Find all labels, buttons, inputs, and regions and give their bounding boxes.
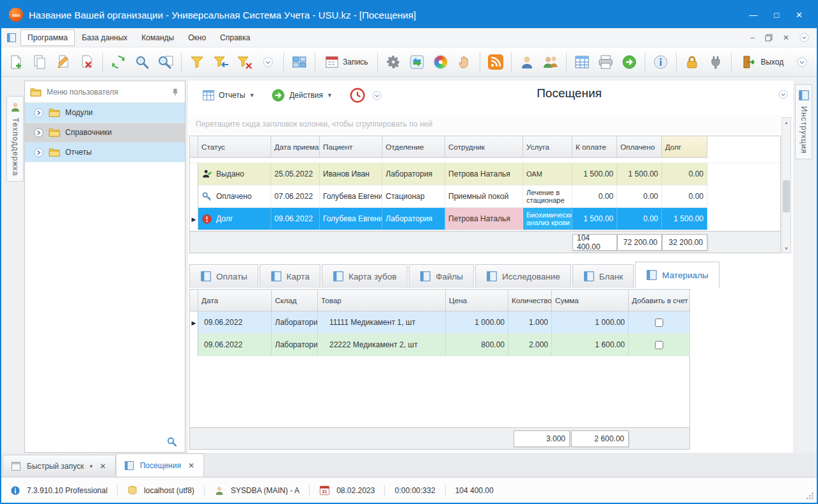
- cell-sum[interactable]: 1 000.00: [552, 311, 629, 334]
- maximize-icon[interactable]: □: [774, 11, 779, 19]
- connection-button[interactable]: [705, 50, 727, 74]
- scrollbar-thumb[interactable]: [783, 180, 790, 212]
- settings-button[interactable]: [382, 50, 404, 74]
- current-date[interactable]: 08.02.2023: [336, 486, 375, 495]
- cell-department[interactable]: Лаборатория: [382, 208, 445, 230]
- content-overflow-button[interactable]: [372, 91, 382, 100]
- scroll-up-icon[interactable]: ▲: [782, 118, 790, 127]
- user-profile-button[interactable]: [516, 50, 538, 74]
- menu-commands[interactable]: Команды: [134, 29, 181, 46]
- menu-database[interactable]: База данных: [75, 29, 134, 46]
- column-header-status[interactable]: Статус: [198, 136, 271, 158]
- table-row-selected[interactable]: ▶ Долг 09.06.2022 Голубева Евгения Лабор…: [190, 208, 780, 230]
- cell-quantity[interactable]: 2.000: [508, 334, 552, 356]
- record-button[interactable]: Запись: [320, 50, 373, 74]
- tab-tech-support[interactable]: Техподдержка: [6, 96, 24, 182]
- employees-button[interactable]: [540, 50, 562, 74]
- cell-employee[interactable]: Приемный покой: [445, 185, 523, 208]
- cell-price[interactable]: 1 000.00: [446, 311, 508, 334]
- column-header-department[interactable]: Отделение: [382, 136, 445, 158]
- color-scheme-button[interactable]: [430, 50, 452, 74]
- table-row-selected[interactable]: ▶ 09.06.2022 Лаборатория 11111 Медикамен…: [190, 311, 689, 334]
- cell-employee[interactable]: Петрова Наталья: [445, 208, 523, 230]
- tab-materials[interactable]: Материалы: [635, 262, 719, 288]
- expand-icon[interactable]: [34, 108, 43, 118]
- menu-customize-icon[interactable]: [799, 33, 809, 42]
- filter-clear-button[interactable]: [233, 50, 255, 74]
- exit-button[interactable]: Выход: [736, 50, 789, 74]
- table-row[interactable]: 09.06.2022 Лаборатория 22222 Медикамент …: [190, 334, 689, 356]
- cell-patient[interactable]: Голубева Евгения: [320, 185, 382, 208]
- column-header-price[interactable]: Цена: [446, 290, 508, 311]
- tab-research[interactable]: Исследование: [475, 264, 571, 288]
- tab-files[interactable]: Файлы: [409, 264, 474, 288]
- current-user[interactable]: SYSDBA (MAIN) - A: [231, 486, 299, 495]
- resize-grip[interactable]: [806, 492, 814, 500]
- table-row[interactable]: Оплачено 07.06.2022 Голубева Евгения Ста…: [190, 185, 780, 208]
- cell-date[interactable]: 25.05.2022: [271, 163, 320, 185]
- menu-help[interactable]: Справка: [213, 29, 257, 46]
- cell-paid[interactable]: 0.00: [617, 208, 662, 230]
- chevron-down-icon[interactable]: ▾: [90, 463, 93, 469]
- advanced-search-button[interactable]: [155, 50, 177, 74]
- cell-status[interactable]: Оплачено: [198, 185, 271, 208]
- tab-payments[interactable]: Оплаты: [189, 264, 258, 288]
- column-header-to-pay[interactable]: К оплате: [572, 136, 617, 158]
- close-tab-icon[interactable]: ✕: [187, 461, 196, 470]
- pan-button[interactable]: [453, 50, 475, 74]
- add-record-button[interactable]: [5, 50, 27, 74]
- cell-date[interactable]: 09.06.2022: [198, 311, 272, 334]
- add-to-invoice-checkbox[interactable]: [655, 341, 663, 349]
- cell-service[interactable]: Биохимический анализ крови: [523, 208, 572, 230]
- cell-date[interactable]: 09.06.2022: [198, 334, 272, 356]
- pin-icon[interactable]: [171, 88, 180, 97]
- mdi-restore-icon[interactable]: [765, 34, 773, 42]
- cell-debt[interactable]: 0.00: [662, 163, 707, 185]
- cell-warehouse[interactable]: Лаборатория: [272, 311, 318, 334]
- delete-record-button[interactable]: [76, 50, 98, 74]
- column-header-sum[interactable]: Сумма: [552, 290, 629, 311]
- tree-item-directories[interactable]: Справочники: [25, 123, 185, 143]
- add-to-invoice-checkbox[interactable]: [655, 319, 663, 327]
- column-header-service[interactable]: Услуга: [523, 136, 572, 158]
- column-header-product[interactable]: Товар: [318, 290, 446, 311]
- actions-button[interactable]: Действия ▼: [266, 85, 338, 106]
- cell-product[interactable]: 22222 Медикамент 2, шт: [318, 334, 446, 356]
- filter-button[interactable]: [186, 50, 208, 74]
- copy-record-button[interactable]: [29, 50, 51, 74]
- column-header-patient[interactable]: Пациент: [320, 136, 382, 158]
- cell-status[interactable]: Выдано: [198, 163, 271, 185]
- menu-window[interactable]: Окно: [181, 29, 213, 46]
- toolbar-overflow-button[interactable]: [791, 50, 813, 74]
- cell-debt[interactable]: 1 500.00: [662, 208, 707, 230]
- cell-paid[interactable]: 0.00: [617, 185, 662, 208]
- menu-program[interactable]: Программа: [20, 29, 75, 46]
- import-export-button[interactable]: [406, 50, 428, 74]
- cell-date[interactable]: 07.06.2022: [271, 185, 320, 208]
- print-button[interactable]: [595, 50, 617, 74]
- minimize-icon[interactable]: —: [749, 11, 757, 19]
- go-button[interactable]: [618, 50, 640, 74]
- column-header-admission-date[interactable]: Дата приема: [271, 136, 320, 158]
- column-header-warehouse[interactable]: Склад: [272, 290, 318, 311]
- group-by-panel[interactable]: Перетащите сюда заголовок колонки, чтобы…: [189, 115, 780, 133]
- cell-service[interactable]: ОАМ: [523, 163, 572, 185]
- info-button[interactable]: [650, 50, 672, 74]
- tab-instruction[interactable]: Инструкция: [795, 84, 812, 159]
- cell-product[interactable]: 11111 Медикамент 1, шт: [318, 311, 446, 334]
- filter-edit-button[interactable]: [210, 50, 232, 74]
- column-header-debt[interactable]: Долг: [662, 136, 707, 158]
- cell-employee[interactable]: Петрова Наталья: [445, 163, 523, 185]
- cell-date[interactable]: 09.06.2022: [271, 208, 320, 230]
- close-tab-icon[interactable]: ✕: [98, 462, 107, 471]
- expand-icon[interactable]: [34, 148, 43, 157]
- scroll-down-icon[interactable]: ▼: [782, 244, 790, 253]
- reports-button[interactable]: Отчеты ▼: [197, 86, 260, 105]
- tab-quick-launch[interactable]: Быстрый запуск ▾ ✕: [3, 455, 116, 476]
- news-feed-button[interactable]: [485, 50, 507, 74]
- edit-record-button[interactable]: [52, 50, 74, 74]
- lock-button[interactable]: [681, 50, 703, 74]
- cell-sum[interactable]: 1 600.00: [552, 334, 629, 356]
- mdi-minimize-icon[interactable]: –: [750, 33, 755, 42]
- tab-visits[interactable]: Посещения ✕: [116, 453, 204, 476]
